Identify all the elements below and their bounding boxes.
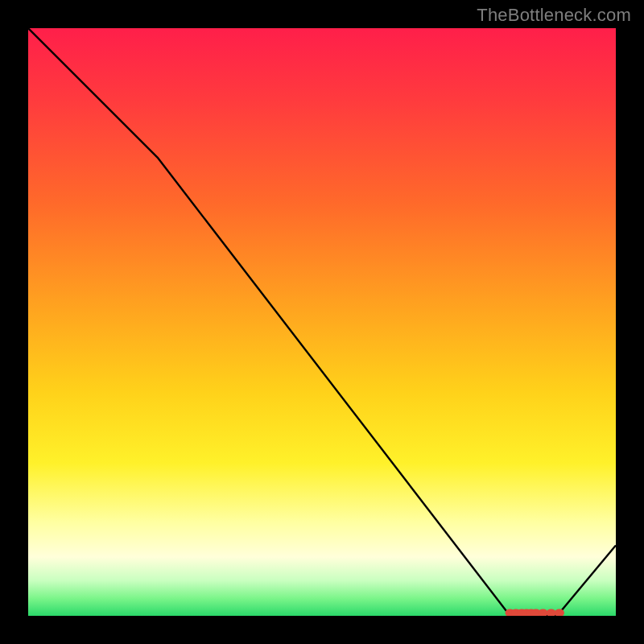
curve-line	[28, 28, 616, 616]
chart-overlay	[28, 28, 616, 616]
watermark-label: TheBottleneck.com	[477, 5, 631, 26]
marker-group	[506, 609, 564, 616]
chart-frame: TheBottleneck.com	[0, 0, 644, 644]
marker-dot	[539, 609, 548, 616]
marker-dot	[547, 609, 556, 616]
